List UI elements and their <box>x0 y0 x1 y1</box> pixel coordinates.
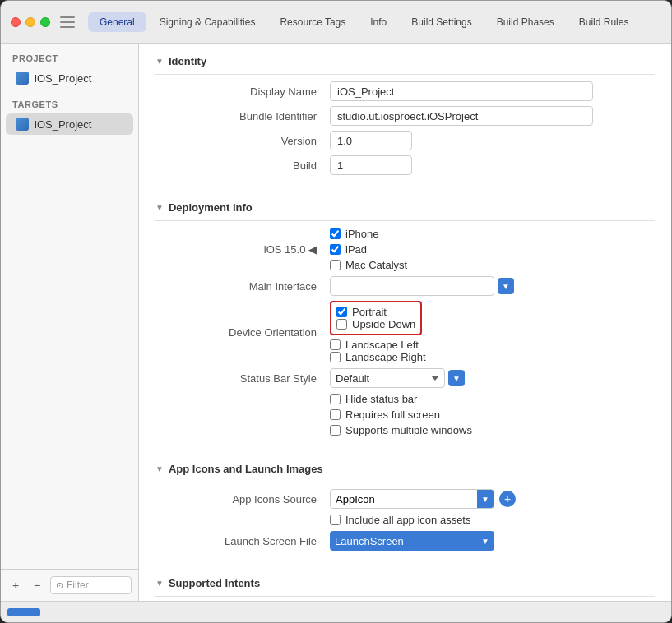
hide-status-bar-item[interactable]: Hide status bar <box>330 393 655 405</box>
maximize-button[interactable] <box>40 17 50 27</box>
app-icons-source-row: AppIcon ▼ + <box>330 489 655 509</box>
identity-chevron: ▼ <box>155 57 164 66</box>
tab-info[interactable]: Info <box>359 12 398 32</box>
build-input[interactable] <box>330 155 412 175</box>
app-icons-dropdown[interactable]: AppIcon ▼ <box>330 489 494 509</box>
status-bar-label: Status Bar Style <box>155 372 320 385</box>
landscape-right-label: Landscape Right <box>345 351 426 363</box>
sidebar-item-target[interactable]: iOS_Project <box>6 113 133 135</box>
deployment-title: Deployment Info <box>169 201 253 214</box>
deployment-section: ▼ Deployment Info iOS 15.0 ◀ iPhone <box>155 190 655 443</box>
requires-full-screen-label: Requires full screen <box>345 408 440 421</box>
app-icons-source-label: App Icons Source <box>155 493 320 505</box>
supports-multiple-windows-checkbox[interactable] <box>330 425 341 436</box>
app-icons-title: App Icons and Launch Images <box>169 463 323 475</box>
iphone-checkbox-item[interactable]: iPhone <box>330 228 655 240</box>
deployment-chevron: ▼ <box>155 203 164 212</box>
status-bar-dropdown[interactable]: Default <box>330 368 445 388</box>
display-name-label: Display Name <box>155 85 320 98</box>
identity-section: ▼ Identity Display Name Bundle Identifie… <box>155 44 655 182</box>
include-all-label: Include all app icon assets <box>345 514 470 526</box>
bottom-indicator <box>7 608 40 616</box>
portrait-checkbox-item[interactable]: Portrait <box>336 306 415 318</box>
filter-input[interactable]: ⊙ Filter <box>50 576 132 594</box>
launch-screen-row: LaunchScreen ▼ <box>330 531 655 551</box>
tab-build-phases[interactable]: Build Phases <box>485 12 566 32</box>
device-orientation-label: Device Orientation <box>155 326 320 339</box>
bundle-id-label: Bundle Identifier <box>155 110 320 122</box>
hide-status-bar-label: Hide status bar <box>345 393 417 405</box>
orientation-options: Portrait Upside Down Landsca <box>330 301 655 363</box>
add-item-button[interactable]: + <box>7 577 24 593</box>
upside-down-checkbox-item[interactable]: Upside Down <box>336 318 415 330</box>
app-icons-chevron: ▼ <box>155 464 164 473</box>
platform-checkboxes: iPhone iPad Mac Catalyst <box>330 228 655 271</box>
iphone-checkbox[interactable] <box>330 228 341 239</box>
requires-full-screen-checkbox[interactable] <box>330 409 341 420</box>
include-all-checkbox[interactable] <box>330 515 341 525</box>
upside-down-checkbox[interactable] <box>336 319 347 330</box>
tab-general[interactable]: General <box>88 12 146 32</box>
add-app-icon-button[interactable]: + <box>499 491 516 507</box>
mac-catalyst-checkbox-item[interactable]: Mac Catalyst <box>330 259 655 271</box>
requires-full-screen-item[interactable]: Requires full screen <box>330 408 655 421</box>
portrait-checkbox[interactable] <box>336 307 347 317</box>
sidebar-item-project[interactable]: iOS_Project <box>6 67 133 89</box>
deployment-header[interactable]: ▼ Deployment Info <box>155 190 655 220</box>
supported-intents-section: ▼ Supported Intents Class Name <box>155 565 655 601</box>
version-input[interactable] <box>330 131 412 150</box>
tab-signing[interactable]: Signing & Capabilities <box>148 12 267 32</box>
tab-build-settings[interactable]: Build Settings <box>400 12 483 32</box>
ios-version-label: iOS 15.0 ◀ <box>155 243 320 256</box>
close-button[interactable] <box>11 17 21 27</box>
upside-down-label: Upside Down <box>352 318 415 330</box>
supported-intents-title: Supported Intents <box>169 577 260 589</box>
sidebar-toggle[interactable] <box>60 16 75 28</box>
main-interface-arrow[interactable]: ▼ <box>498 278 514 294</box>
ipad-checkbox[interactable] <box>330 244 341 255</box>
remove-item-button[interactable]: − <box>29 577 45 593</box>
launch-screen-dropdown[interactable]: LaunchScreen ▼ <box>330 531 494 551</box>
main-interface-label: Main Interface <box>155 280 320 293</box>
app-icons-section: ▼ App Icons and Launch Images App Icons … <box>155 451 655 557</box>
content-area: ▼ Identity Display Name Bundle Identifie… <box>139 44 671 601</box>
ipad-label: iPad <box>345 243 367 256</box>
status-bar-arrow[interactable]: ▼ <box>448 370 465 386</box>
targets-section-label: TARGETS <box>1 90 138 113</box>
app-icons-arrow-btn[interactable]: ▼ <box>477 490 494 508</box>
version-label: Version <box>155 135 320 147</box>
include-all-checkbox-item[interactable]: Include all app icon assets <box>330 514 655 526</box>
project-section-label: PROJECT <box>1 44 138 67</box>
landscape-right-checkbox[interactable] <box>330 352 341 362</box>
portrait-label: Portrait <box>352 306 387 318</box>
main-interface-dropdown[interactable] <box>330 276 494 296</box>
supports-multiple-windows-label: Supports multiple windows <box>345 424 472 436</box>
supported-intents-header[interactable]: ▼ Supported Intents <box>155 565 655 596</box>
supports-multiple-windows-item[interactable]: Supports multiple windows <box>330 424 655 436</box>
supported-intents-chevron: ▼ <box>155 579 164 588</box>
xcode-window: General Signing & Capabilities Resource … <box>0 0 672 623</box>
display-name-input[interactable] <box>330 81 593 101</box>
titlebar: General Signing & Capabilities Resource … <box>1 1 671 44</box>
landscape-left-label: Landscape Left <box>345 339 419 351</box>
mac-catalyst-checkbox[interactable] <box>330 260 341 270</box>
bundle-id-input[interactable] <box>330 106 593 126</box>
landscape-right-checkbox-item[interactable]: Landscape Right <box>330 351 655 363</box>
landscape-left-checkbox[interactable] <box>330 339 341 350</box>
identity-header[interactable]: ▼ Identity <box>155 44 655 74</box>
target-label: iOS_Project <box>35 118 91 131</box>
build-label: Build <box>155 159 320 172</box>
status-bar-row: Default ▼ <box>330 368 655 388</box>
traffic-lights <box>11 17 50 27</box>
iphone-label: iPhone <box>345 228 378 240</box>
minimize-button[interactable] <box>25 17 35 27</box>
project-icon <box>16 72 29 85</box>
tab-build-rules[interactable]: Build Rules <box>568 12 641 32</box>
sidebar-footer: + − ⊙ Filter <box>1 569 138 601</box>
tab-resource-tags[interactable]: Resource Tags <box>268 12 357 32</box>
landscape-left-checkbox-item[interactable]: Landscape Left <box>330 339 655 351</box>
app-icons-header[interactable]: ▼ App Icons and Launch Images <box>155 451 655 482</box>
tab-bar: General Signing & Capabilities Resource … <box>88 12 661 32</box>
ipad-checkbox-item[interactable]: iPad <box>330 243 655 256</box>
hide-status-bar-checkbox[interactable] <box>330 394 341 404</box>
